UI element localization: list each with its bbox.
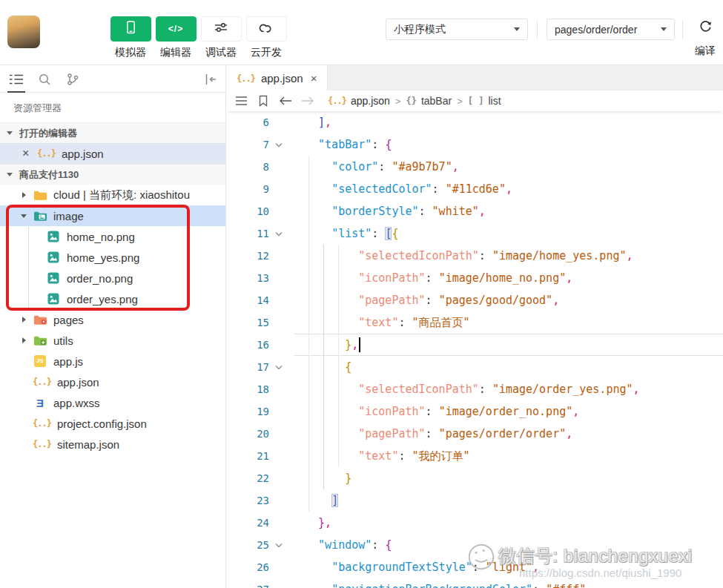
line-number: 17	[226, 361, 269, 373]
page-select[interactable]: pages/order/order	[547, 19, 675, 40]
chevron-right-icon[interactable]	[19, 337, 28, 343]
cloud-dev-label: 云开发	[251, 46, 282, 59]
code-line-content[interactable]: "list": [{	[294, 222, 723, 245]
compile-button[interactable]	[687, 16, 723, 40]
chevron-down-icon[interactable]	[19, 214, 28, 218]
tree-item-utils[interactable]: utils	[0, 330, 225, 351]
breadcrumb-file[interactable]: app.json	[351, 95, 390, 107]
code-line-content[interactable]: }	[294, 467, 723, 489]
tree-item-label: home_yes.png	[67, 251, 139, 264]
tree-item-app.json[interactable]: {..}app.json	[0, 371, 225, 392]
outline-icon[interactable]	[235, 96, 248, 106]
code-editor[interactable]: 6 ],7 "tabBar": {8 "color": "#a9b7b7",9 …	[226, 111, 723, 588]
bookmark-icon[interactable]	[258, 95, 268, 107]
line-number: 26	[226, 561, 269, 573]
tree-item-app.js[interactable]: JSapp.js	[0, 351, 225, 371]
view-toggle-group: 模拟器 </> 编辑器 调试器 云开发	[110, 16, 287, 59]
fold-chevron-icon[interactable]	[269, 543, 288, 548]
compile-label: 编译	[695, 44, 716, 58]
simulator-button[interactable]	[110, 16, 151, 42]
user-avatar[interactable]	[7, 16, 40, 48]
tree-item-order_no.png[interactable]: order_no.png	[0, 268, 225, 288]
code-line-16: 16 },	[226, 334, 723, 356]
code-line-content[interactable]: "tabBar": {	[294, 133, 723, 156]
editor-pane: {..} app.json × {..} app.json > {} tabBa…	[226, 65, 723, 588]
code-line-content[interactable]: "text": "我的订单"	[294, 445, 723, 467]
cloud-dev-button[interactable]	[246, 16, 287, 42]
tree-item-order_yes.png[interactable]: order_yes.png	[0, 288, 225, 309]
explorer-icon[interactable]	[7, 71, 25, 87]
fold-chevron-icon[interactable]	[269, 231, 288, 237]
code-line-content[interactable]: "selectedIconPath": "image/home_yes.png"…	[294, 245, 723, 267]
close-icon[interactable]: ×	[22, 147, 33, 160]
forward-arrow-icon[interactable]	[301, 96, 314, 105]
code-line-content[interactable]: "backgroundTextStyle": "light",	[294, 556, 723, 578]
code-line-11: 11 "list": [{	[226, 222, 723, 245]
breadcrumb-node-tabbar[interactable]: tabBar	[421, 95, 452, 107]
tree-item-home_no.png[interactable]: home_no.png	[0, 226, 225, 247]
code-line-content[interactable]: "navigationBarBackgroundColor": "#fff"	[294, 578, 723, 588]
code-line-content[interactable]: "pagePath": "pages/order/order",	[294, 423, 723, 445]
mode-select-value: 小程序模式	[394, 23, 446, 36]
simulator-toggle[interactable]: 模拟器	[110, 16, 151, 59]
wechat-devtools-window: 模拟器 </> 编辑器 调试器 云开发 小程序模	[0, 0, 723, 588]
code-line-18: 18 "selectedIconPath": "image/order_yes.…	[226, 378, 723, 400]
fold-chevron-icon[interactable]	[269, 365, 288, 370]
back-arrow-icon[interactable]	[279, 96, 292, 105]
open-editor-item-appjson[interactable]: × {..} app.json	[0, 143, 225, 164]
line-number: 6	[226, 116, 269, 128]
tree-indent-guide	[28, 227, 29, 310]
collapse-panel-icon[interactable]	[202, 71, 219, 87]
code-line-content[interactable]: "iconPath": "image/home_no.png",	[294, 267, 723, 289]
tab-appjson[interactable]: {..} app.json ×	[226, 65, 328, 90]
tree-item-project.config.json[interactable]: {..}project.config.json	[0, 413, 225, 434]
code-line-content[interactable]: },	[294, 512, 723, 534]
line-number: 27	[226, 584, 269, 588]
editor-toggle[interactable]: </> 编辑器	[155, 16, 197, 59]
tune-icon	[214, 22, 228, 36]
project-header[interactable]: 商品支付1130	[0, 164, 225, 185]
editor-button[interactable]: </>	[156, 16, 197, 42]
fold-chevron-icon[interactable]	[269, 142, 288, 148]
chevron-down-icon	[7, 173, 13, 176]
sidebar-rows: 打开的编辑器 × {..} app.json 商品支付1130 cloud | …	[0, 122, 225, 455]
explorer-title: 资源管理器	[13, 102, 62, 115]
code-line-content[interactable]: "borderStyle": "white",	[294, 200, 723, 222]
line-number: 16	[226, 339, 269, 351]
cloud-dev-toggle[interactable]: 云开发	[245, 16, 287, 59]
tree-item-image[interactable]: image	[0, 205, 225, 226]
code-line-9: 9 "selectedColor": "#11cd6e",	[226, 178, 723, 200]
mode-select[interactable]: 小程序模式	[386, 19, 528, 40]
close-tab-icon[interactable]: ×	[311, 72, 317, 85]
tree-item-sitemap.json[interactable]: {..}sitemap.json	[0, 434, 225, 455]
chevron-right-icon[interactable]	[19, 317, 28, 323]
code-line-content[interactable]: "color": "#a9b7b7",	[294, 156, 723, 178]
code-line-content[interactable]: "window": {	[294, 534, 723, 556]
search-icon[interactable]	[36, 71, 53, 87]
git-branch-icon[interactable]	[64, 71, 82, 87]
code-line-content[interactable]: ]	[294, 489, 723, 512]
tree-item-app.wxss[interactable]: Ǝapp.wxss	[0, 392, 225, 413]
open-editors-header[interactable]: 打开的编辑器	[0, 122, 225, 143]
tree-item-home_yes.png[interactable]: home_yes.png	[0, 247, 225, 268]
code-line-content[interactable]: ],	[294, 111, 723, 133]
tree-item-cloud-xiaoshitou[interactable]: cloud | 当前环境: xiaoshitou	[0, 185, 225, 205]
code-line-27: 27 "navigationBarBackgroundColor": "#fff…	[226, 578, 723, 588]
line-number: 15	[226, 317, 269, 328]
code-line-content[interactable]: "selectedColor": "#11cd6e",	[294, 178, 723, 200]
indent-guide	[308, 156, 309, 512]
debugger-toggle[interactable]: 调试器	[200, 16, 242, 59]
code-line-content[interactable]: },	[294, 334, 723, 356]
tree-item-pages[interactable]: pages	[0, 309, 225, 330]
chevron-right-icon[interactable]	[19, 192, 28, 198]
code-line-content[interactable]: "selectedIconPath": "image/order_yes.png…	[294, 378, 723, 400]
code-line-content[interactable]: "pagePath": "pages/good/good",	[294, 289, 723, 311]
code-line-8: 8 "color": "#a9b7b7",	[226, 156, 723, 178]
code-line-content[interactable]: {	[294, 356, 723, 378]
breadcrumb-node-list[interactable]: list	[488, 95, 501, 107]
debugger-button[interactable]	[201, 16, 242, 42]
compile-control[interactable]: 编译	[687, 16, 723, 58]
code-line-content[interactable]: "iconPath": "image/order_no.png",	[294, 400, 723, 423]
object-icon: {}	[406, 96, 416, 106]
code-line-content[interactable]: "text": "商品首页"	[294, 311, 723, 334]
